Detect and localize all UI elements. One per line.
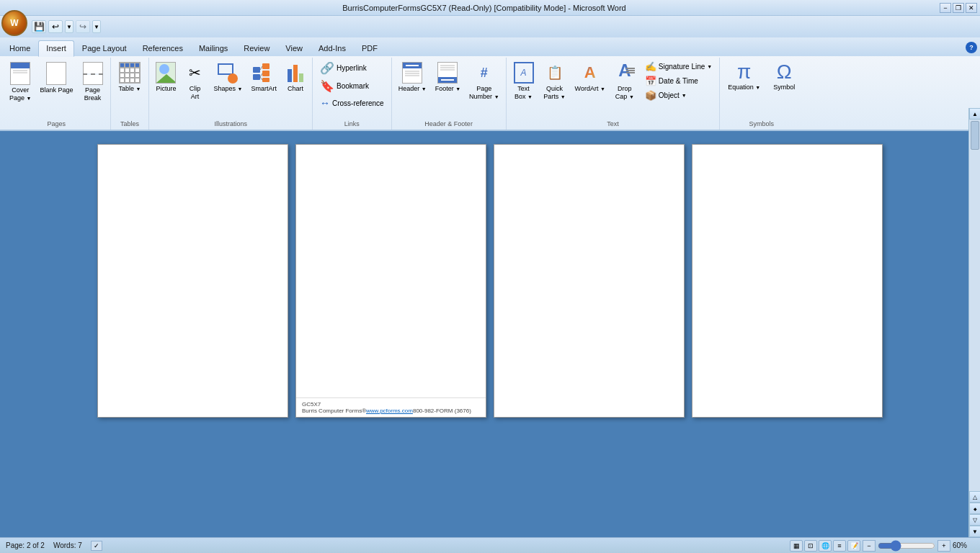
- clip-art-button[interactable]: ✂ ClipArt: [182, 60, 209, 103]
- tab-page-layout[interactable]: Page Layout: [74, 40, 135, 56]
- quick-access-toolbar: W 💾 ↩ ▼ ↪ ▼: [0, 16, 980, 37]
- ribbon-group-symbols: π Equation ▼ Ω Symbol Symbols: [720, 58, 803, 130]
- tab-review[interactable]: Review: [236, 40, 277, 56]
- window-controls: − ❐ ✕: [940, 3, 977, 13]
- page-4: [692, 144, 883, 418]
- ribbon-group-text-label: Text: [509, 119, 717, 130]
- ribbon-group-pages-label: Pages: [6, 119, 107, 130]
- page-2-footer-line1: GC5X7: [302, 401, 480, 408]
- outline-view[interactable]: ≡: [833, 540, 846, 552]
- object-button[interactable]: 📦 Object ▼: [641, 89, 716, 102]
- ribbon-group-text-items: A TextBox ▼ 📋 QuickParts ▼ A WordArt ▼ A: [509, 58, 717, 119]
- header-button[interactable]: Header ▼: [395, 60, 430, 94]
- shapes-button[interactable]: Shapes ▼: [210, 60, 246, 94]
- tab-addins[interactable]: Add-Ins: [311, 40, 354, 56]
- scroll-page-down[interactable]: ▽: [969, 514, 980, 526]
- ribbon-group-pages-items: CoverPage ▼ Blank Page PageBreak: [6, 58, 107, 119]
- cover-page-button[interactable]: CoverPage ▼: [6, 60, 35, 104]
- scroll-track: [969, 120, 980, 491]
- ribbon: CoverPage ▼ Blank Page PageBreak Pages: [0, 56, 980, 131]
- tab-view[interactable]: View: [277, 40, 311, 56]
- page-3: [494, 144, 685, 418]
- word-count: Words: 7: [53, 541, 82, 549]
- blank-page-button[interactable]: Blank Page: [36, 60, 76, 96]
- svg-rect-4: [262, 78, 270, 82]
- full-screen-view[interactable]: ⊡: [804, 540, 817, 552]
- help-button[interactable]: ?: [966, 42, 977, 53]
- draft-view[interactable]: 📝: [847, 540, 860, 552]
- zoom-out-button[interactable]: −: [863, 540, 876, 552]
- drop-cap-button[interactable]: A DropCap ▼: [610, 60, 639, 103]
- status-right: ▦ ⊡ 🌐 ≡ 📝 − + 60%: [790, 540, 974, 552]
- status-bar: Page: 2 of 2 Words: 7 ✓ ▦ ⊡ 🌐 ≡ 📝 − + 60…: [0, 537, 980, 553]
- footer-button[interactable]: Footer ▼: [432, 60, 464, 94]
- tab-mailings[interactable]: Mailings: [191, 40, 236, 56]
- print-layout-view[interactable]: ▦: [790, 540, 803, 552]
- ribbon-group-symbols-items: π Equation ▼ Ω Symbol: [723, 58, 800, 119]
- zoom-label: 60%: [953, 541, 974, 549]
- equation-button[interactable]: π Equation ▼: [723, 60, 765, 93]
- save-button[interactable]: 💾: [32, 20, 46, 33]
- proofing-button[interactable]: ✓: [91, 541, 102, 551]
- wordart-button[interactable]: A WordArt ▼: [571, 60, 609, 94]
- zoom-in-button[interactable]: +: [937, 540, 950, 552]
- page-2-footer-line2: Burris Computer Forms®www.pcforms.com 80…: [302, 408, 480, 414]
- smartart-button[interactable]: SmartArt: [247, 60, 280, 94]
- symbol-button[interactable]: Ω Symbol: [768, 60, 800, 93]
- cross-reference-button[interactable]: ↔ Cross-reference: [316, 96, 388, 110]
- document-area: GC5X7 Burris Computer Forms®www.pcforms.…: [0, 131, 980, 536]
- tab-references[interactable]: References: [135, 40, 191, 56]
- scroll-down-button[interactable]: ▼: [969, 526, 980, 537]
- picture-button[interactable]: Picture: [152, 60, 179, 94]
- ribbon-group-tables: Table ▼ Tables: [111, 58, 150, 130]
- undo-button[interactable]: ↩: [48, 20, 63, 33]
- restore-button[interactable]: ❐: [953, 3, 964, 13]
- footer-link[interactable]: www.pcforms.com: [366, 408, 413, 414]
- ribbon-group-symbols-label: Symbols: [723, 119, 800, 130]
- title-bar-text: BurrisComputerFormsGC5X7 (Read-Only) [Co…: [29, 4, 940, 12]
- svg-rect-2: [262, 63, 270, 69]
- ribbon-group-text: A TextBox ▼ 📋 QuickParts ▼ A WordArt ▼ A: [507, 58, 721, 130]
- page-info: Page: 2 of 2: [6, 541, 45, 549]
- web-layout-view[interactable]: 🌐: [819, 540, 832, 552]
- scroll-up-button[interactable]: ▲: [969, 108, 980, 120]
- page-break-button[interactable]: PageBreak: [79, 60, 107, 104]
- signature-line-button[interactable]: ✍ Signature Line ▼: [641, 60, 716, 73]
- tab-insert[interactable]: Insert: [38, 40, 74, 57]
- ribbon-group-illustrations-items: Picture ✂ ClipArt Shapes ▼: [152, 58, 309, 119]
- close-button[interactable]: ✕: [966, 3, 977, 13]
- scroll-thumb[interactable]: [971, 121, 979, 150]
- svg-line-5: [260, 66, 262, 70]
- bookmark-button[interactable]: 🔖 Bookmark: [316, 78, 388, 94]
- ribbon-group-links: 🔗 Hyperlink 🔖 Bookmark ↔ Cross-reference…: [313, 58, 392, 130]
- scroll-page-up[interactable]: △: [969, 491, 980, 503]
- text-box-button[interactable]: A TextBox ▼: [509, 60, 538, 103]
- office-button[interactable]: W: [1, 10, 27, 36]
- date-time-button[interactable]: 📅 Date & Time: [641, 74, 716, 88]
- page-1: [97, 144, 288, 418]
- redo-button[interactable]: ↪: [76, 20, 90, 33]
- undo-dropdown[interactable]: ▼: [65, 20, 74, 33]
- tab-home[interactable]: Home: [1, 40, 38, 56]
- svg-line-7: [260, 77, 262, 80]
- status-left: Page: 2 of 2 Words: 7 ✓: [6, 541, 102, 551]
- vertical-scrollbar[interactable]: ▲ △ ◆ ▽ ▼: [968, 108, 980, 537]
- hyperlink-button[interactable]: 🔗 Hyperlink: [316, 60, 388, 76]
- page-number-button[interactable]: # PageNumber ▼: [466, 60, 502, 103]
- zoom-slider[interactable]: [878, 541, 935, 551]
- ribbon-group-tables-label: Tables: [114, 119, 146, 130]
- tab-pdf[interactable]: PDF: [354, 40, 386, 56]
- minimize-button[interactable]: −: [940, 3, 951, 13]
- ribbon-group-illustrations: Picture ✂ ClipArt Shapes ▼: [149, 58, 313, 130]
- page-2: GC5X7 Burris Computer Forms®www.pcforms.…: [295, 144, 486, 418]
- chart-button[interactable]: Chart: [282, 60, 309, 94]
- pages-container: GC5X7 Burris Computer Forms®www.pcforms.…: [97, 144, 883, 523]
- table-button[interactable]: Table ▼: [114, 60, 146, 94]
- ribbon-group-links-label: Links: [316, 119, 388, 130]
- quick-parts-button[interactable]: 📋 QuickParts ▼: [540, 60, 570, 103]
- svg-line-6: [260, 73, 262, 77]
- ribbon-group-headerfooter-label: Header & Footer: [395, 119, 503, 130]
- qat-dropdown[interactable]: ▼: [92, 20, 101, 33]
- title-bar: BurrisComputerFormsGC5X7 (Read-Only) [Co…: [0, 0, 980, 16]
- scroll-expand[interactable]: ◆: [969, 503, 980, 514]
